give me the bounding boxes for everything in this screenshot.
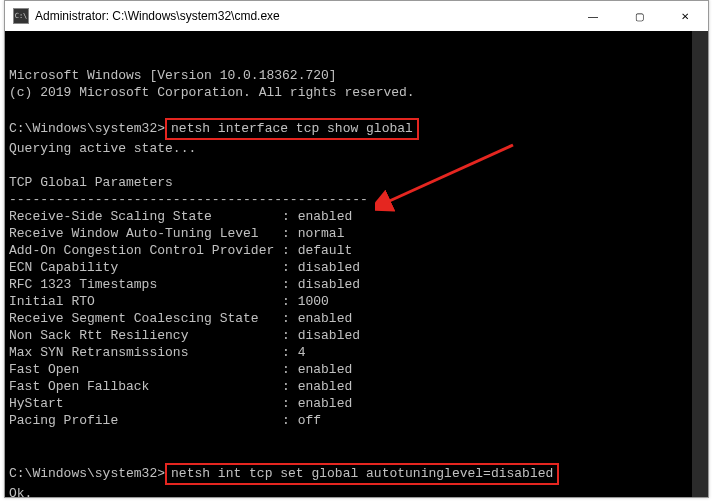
- window-controls: — ▢ ✕: [570, 1, 708, 31]
- param-row: ECN Capability : disabled: [9, 259, 704, 276]
- section-header: TCP Global Parameters: [9, 174, 704, 191]
- titlebar[interactable]: C:\ Administrator: C:\Windows\system32\c…: [5, 1, 708, 31]
- param-row: Fast Open Fallback : enabled: [9, 378, 704, 395]
- param-row: Add-On Congestion Control Provider : def…: [9, 242, 704, 259]
- prompt-line: C:\Windows\system32>netsh int tcp set gl…: [9, 463, 704, 485]
- prompt-line: C:\Windows\system32>netsh interface tcp …: [9, 118, 704, 140]
- blank-line: [9, 446, 704, 463]
- window-title: Administrator: C:\Windows\system32\cmd.e…: [35, 9, 570, 23]
- param-row: RFC 1323 Timestamps : disabled: [9, 276, 704, 293]
- divider-line: ----------------------------------------…: [9, 191, 704, 208]
- param-row: HyStart : enabled: [9, 395, 704, 412]
- version-line: Microsoft Windows [Version 10.0.18362.72…: [9, 67, 704, 84]
- blank-line: [9, 429, 704, 446]
- ok-line: Ok.: [9, 485, 704, 497]
- terminal-area[interactable]: Microsoft Windows [Version 10.0.18362.72…: [5, 31, 708, 497]
- param-row: Pacing Profile : off: [9, 412, 704, 429]
- param-row: Receive-Side Scaling State : enabled: [9, 208, 704, 225]
- querying-line: Querying active state...: [9, 140, 704, 157]
- param-row: Initial RTO : 1000: [9, 293, 704, 310]
- cmd-window: C:\ Administrator: C:\Windows\system32\c…: [4, 0, 709, 498]
- cmd-icon: C:\: [13, 8, 29, 24]
- param-row: Non Sack Rtt Resiliency : disabled: [9, 327, 704, 344]
- terminal-content: Microsoft Windows [Version 10.0.18362.72…: [9, 67, 704, 497]
- copyright-line: (c) 2019 Microsoft Corporation. All righ…: [9, 84, 704, 101]
- minimize-button[interactable]: —: [570, 1, 616, 31]
- maximize-button[interactable]: ▢: [616, 1, 662, 31]
- param-row: Fast Open : enabled: [9, 361, 704, 378]
- param-row: Max SYN Retransmissions : 4: [9, 344, 704, 361]
- vertical-scrollbar[interactable]: [692, 31, 708, 497]
- command-highlight: netsh interface tcp show global: [165, 118, 419, 140]
- blank-line: [9, 101, 704, 118]
- close-button[interactable]: ✕: [662, 1, 708, 31]
- blank-line: [9, 157, 704, 174]
- param-row: Receive Window Auto-Tuning Level : norma…: [9, 225, 704, 242]
- param-row: Receive Segment Coalescing State : enabl…: [9, 310, 704, 327]
- command-highlight: netsh int tcp set global autotuninglevel…: [165, 463, 559, 485]
